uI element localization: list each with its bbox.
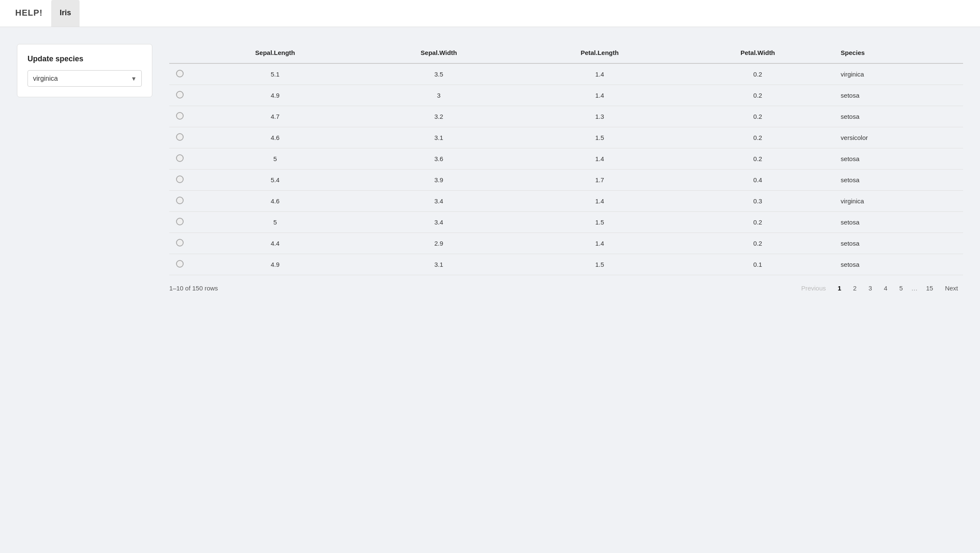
cell-petal_length-8: 1.4 — [518, 233, 682, 254]
cell-species-9: setosa — [834, 254, 963, 275]
cell-species-3: versicolor — [834, 127, 963, 148]
cell-petal_width-3: 0.2 — [682, 127, 834, 148]
cell-sepal_length-3: 4.6 — [190, 127, 360, 148]
cell-sepal_length-5: 5.4 — [190, 170, 360, 191]
species-select-wrapper: setosa versicolor virginica ▼ — [28, 70, 142, 87]
cell-petal_length-5: 1.7 — [518, 170, 682, 191]
cell-petal_length-6: 1.4 — [518, 191, 682, 212]
cell-species-0: virginica — [834, 63, 963, 85]
cell-petal_width-7: 0.2 — [682, 212, 834, 233]
radio-button-4[interactable] — [176, 154, 184, 162]
panel-title: Update species — [28, 55, 142, 63]
table-row: 4.63.41.40.3virginica — [169, 191, 963, 212]
page-button-3[interactable]: 3 — [863, 282, 877, 294]
cell-petal_length-0: 1.4 — [518, 63, 682, 85]
radio-cell-4[interactable] — [169, 148, 190, 170]
pagination-controls: Previous 1 2 3 4 5 … 15 Next — [796, 282, 963, 294]
radio-button-3[interactable] — [176, 133, 184, 141]
sidebar-panel: Update species setosa versicolor virgini… — [17, 44, 152, 97]
page-button-2[interactable]: 2 — [848, 282, 862, 294]
table-row: 53.41.50.2setosa — [169, 212, 963, 233]
cell-petal_length-7: 1.5 — [518, 212, 682, 233]
cell-sepal_width-0: 3.5 — [360, 63, 518, 85]
cell-sepal_length-9: 4.9 — [190, 254, 360, 275]
cell-species-1: setosa — [834, 85, 963, 106]
page-button-1[interactable]: 1 — [833, 282, 846, 294]
cell-sepal_width-7: 3.4 — [360, 212, 518, 233]
radio-button-5[interactable] — [176, 175, 184, 183]
col-header-species: Species — [834, 44, 963, 63]
cell-species-2: setosa — [834, 106, 963, 127]
radio-cell-1[interactable] — [169, 85, 190, 106]
cell-petal_width-2: 0.2 — [682, 106, 834, 127]
page-button-4[interactable]: 4 — [879, 282, 892, 294]
cell-petal_width-9: 0.1 — [682, 254, 834, 275]
nav-item-iris[interactable]: Iris — [51, 0, 80, 27]
page-button-15[interactable]: 15 — [921, 282, 938, 294]
cell-petal_length-2: 1.3 — [518, 106, 682, 127]
cell-sepal_length-0: 5.1 — [190, 63, 360, 85]
col-header-petal-length: Petal.Length — [518, 44, 682, 63]
table-row: 4.93.11.50.1setosa — [169, 254, 963, 275]
radio-cell-0[interactable] — [169, 63, 190, 85]
cell-sepal_width-1: 3 — [360, 85, 518, 106]
cell-species-8: setosa — [834, 233, 963, 254]
radio-cell-8[interactable] — [169, 233, 190, 254]
radio-cell-6[interactable] — [169, 191, 190, 212]
radio-button-9[interactable] — [176, 260, 184, 268]
col-header-sepal-length: Sepal.Length — [190, 44, 360, 63]
main-content: Update species setosa versicolor virgini… — [0, 27, 980, 303]
cell-sepal_length-6: 4.6 — [190, 191, 360, 212]
help-label: HELP! — [15, 8, 43, 18]
radio-cell-7[interactable] — [169, 212, 190, 233]
table-row: 5.43.91.70.4setosa — [169, 170, 963, 191]
table-row: 4.63.11.50.2versicolor — [169, 127, 963, 148]
cell-sepal_width-6: 3.4 — [360, 191, 518, 212]
next-button[interactable]: Next — [940, 282, 963, 294]
radio-cell-2[interactable] — [169, 106, 190, 127]
cell-sepal_width-3: 3.1 — [360, 127, 518, 148]
radio-button-2[interactable] — [176, 112, 184, 120]
radio-cell-9[interactable] — [169, 254, 190, 275]
cell-species-7: setosa — [834, 212, 963, 233]
page-button-5[interactable]: 5 — [894, 282, 908, 294]
page-ellipsis: … — [909, 282, 919, 294]
radio-button-0[interactable] — [176, 70, 184, 77]
table-header-row: Sepal.Length Sepal.Width Petal.Length Pe… — [169, 44, 963, 63]
radio-button-7[interactable] — [176, 218, 184, 225]
cell-petal_width-5: 0.4 — [682, 170, 834, 191]
col-header-radio — [169, 44, 190, 63]
cell-sepal_width-5: 3.9 — [360, 170, 518, 191]
iris-table: Sepal.Length Sepal.Width Petal.Length Pe… — [169, 44, 963, 275]
cell-sepal_width-8: 2.9 — [360, 233, 518, 254]
cell-petal_length-4: 1.4 — [518, 148, 682, 170]
col-header-petal-width: Petal.Width — [682, 44, 834, 63]
radio-button-6[interactable] — [176, 197, 184, 204]
iris-tab-label: Iris — [60, 8, 71, 17]
cell-sepal_length-7: 5 — [190, 212, 360, 233]
cell-species-6: virginica — [834, 191, 963, 212]
radio-button-1[interactable] — [176, 91, 184, 99]
cell-sepal_length-2: 4.7 — [190, 106, 360, 127]
table-area: Sepal.Length Sepal.Width Petal.Length Pe… — [169, 44, 963, 294]
nav-item-help[interactable]: HELP! — [7, 0, 51, 27]
table-row: 4.931.40.2setosa — [169, 85, 963, 106]
cell-petal_length-3: 1.5 — [518, 127, 682, 148]
table-row: 4.42.91.40.2setosa — [169, 233, 963, 254]
radio-cell-3[interactable] — [169, 127, 190, 148]
table-row: 4.73.21.30.2setosa — [169, 106, 963, 127]
species-select[interactable]: setosa versicolor virginica — [28, 70, 142, 87]
radio-button-8[interactable] — [176, 239, 184, 246]
top-navigation: HELP! Iris — [0, 0, 980, 27]
table-row: 5.13.51.40.2virginica — [169, 63, 963, 85]
prev-button[interactable]: Previous — [796, 282, 831, 294]
radio-cell-5[interactable] — [169, 170, 190, 191]
cell-sepal_length-4: 5 — [190, 148, 360, 170]
cell-petal_length-1: 1.4 — [518, 85, 682, 106]
col-header-sepal-width: Sepal.Width — [360, 44, 518, 63]
cell-petal_width-6: 0.3 — [682, 191, 834, 212]
cell-species-5: setosa — [834, 170, 963, 191]
cell-sepal_width-4: 3.6 — [360, 148, 518, 170]
pagination-info: 1–10 of 150 rows — [169, 285, 796, 292]
cell-sepal_length-8: 4.4 — [190, 233, 360, 254]
